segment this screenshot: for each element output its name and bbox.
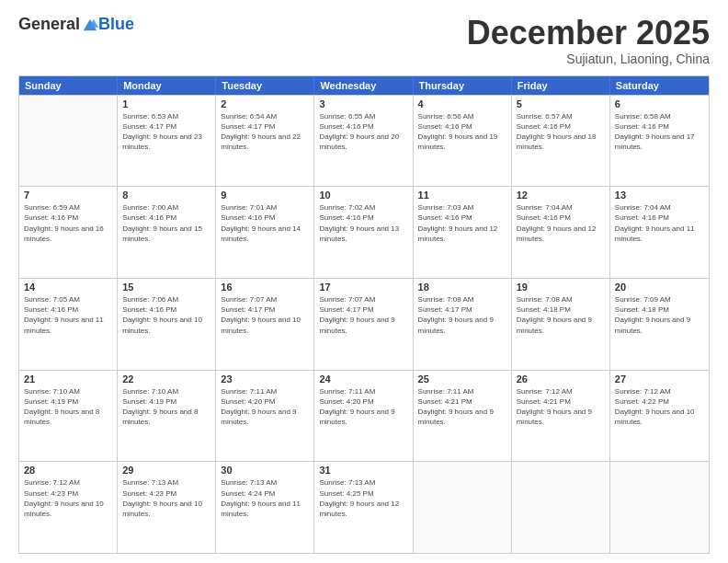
day-number: 7 <box>24 190 112 201</box>
day-number: 27 <box>615 373 704 385</box>
day-info: Sunrise: 7:11 AM Sunset: 4:20 PM Dayligh… <box>221 386 309 428</box>
day-number: 2 <box>221 98 309 109</box>
calendar-week: 28Sunrise: 7:12 AM Sunset: 4:23 PM Dayli… <box>19 461 709 553</box>
calendar-cell: 23Sunrise: 7:11 AM Sunset: 4:20 PM Dayli… <box>216 371 314 462</box>
calendar-cell: 3Sunrise: 6:55 AM Sunset: 4:16 PM Daylig… <box>314 96 413 187</box>
calendar-cell: 5Sunrise: 6:57 AM Sunset: 4:16 PM Daylig… <box>512 96 610 187</box>
day-number: 22 <box>122 373 210 385</box>
day-number: 12 <box>517 190 605 201</box>
day-number: 20 <box>615 282 704 293</box>
day-info: Sunrise: 6:55 AM Sunset: 4:16 PM Dayligh… <box>319 111 407 153</box>
day-number: 14 <box>24 282 112 293</box>
weekday-header: Monday <box>118 76 216 95</box>
day-info: Sunrise: 7:06 AM Sunset: 4:16 PM Dayligh… <box>122 294 210 336</box>
calendar-cell <box>414 462 512 553</box>
calendar-cell: 6Sunrise: 6:58 AM Sunset: 4:16 PM Daylig… <box>610 96 709 187</box>
day-number: 16 <box>221 282 309 293</box>
day-info: Sunrise: 7:13 AM Sunset: 4:24 PM Dayligh… <box>221 477 309 519</box>
calendar-cell: 27Sunrise: 7:12 AM Sunset: 4:22 PM Dayli… <box>610 371 709 462</box>
calendar-cell: 11Sunrise: 7:03 AM Sunset: 4:16 PM Dayli… <box>414 187 512 278</box>
location-subtitle: Sujiatun, Liaoning, China <box>467 52 710 66</box>
calendar-cell: 22Sunrise: 7:10 AM Sunset: 4:19 PM Dayli… <box>118 371 216 462</box>
calendar-cell: 26Sunrise: 7:12 AM Sunset: 4:21 PM Dayli… <box>512 371 610 462</box>
day-info: Sunrise: 6:58 AM Sunset: 4:16 PM Dayligh… <box>615 111 704 153</box>
day-info: Sunrise: 7:07 AM Sunset: 4:17 PM Dayligh… <box>319 294 407 336</box>
calendar-week: 1Sunrise: 6:53 AM Sunset: 4:17 PM Daylig… <box>19 95 709 187</box>
weekday-header: Thursday <box>414 76 512 95</box>
calendar-cell: 10Sunrise: 7:02 AM Sunset: 4:16 PM Dayli… <box>314 187 413 278</box>
day-number: 17 <box>319 282 407 293</box>
calendar-cell: 18Sunrise: 7:08 AM Sunset: 4:17 PM Dayli… <box>414 279 512 370</box>
day-number: 13 <box>615 190 704 201</box>
day-number: 21 <box>24 373 112 385</box>
day-info: Sunrise: 7:12 AM Sunset: 4:22 PM Dayligh… <box>615 386 704 428</box>
weekday-header: Friday <box>512 76 610 95</box>
day-number: 24 <box>319 373 407 385</box>
calendar-cell: 7Sunrise: 6:59 AM Sunset: 4:16 PM Daylig… <box>19 187 118 278</box>
day-number: 9 <box>221 190 309 201</box>
calendar-cell: 13Sunrise: 7:04 AM Sunset: 4:16 PM Dayli… <box>610 187 709 278</box>
page: General Blue December 2025 Sujiatun, Lia… <box>0 0 728 563</box>
day-number: 1 <box>122 98 210 109</box>
weekday-header: Wednesday <box>314 76 413 95</box>
calendar-header: SundayMondayTuesdayWednesdayThursdayFrid… <box>19 76 709 95</box>
day-number: 29 <box>122 465 210 476</box>
day-number: 25 <box>418 373 506 385</box>
day-info: Sunrise: 7:05 AM Sunset: 4:16 PM Dayligh… <box>24 294 112 336</box>
calendar-cell: 28Sunrise: 7:12 AM Sunset: 4:23 PM Dayli… <box>19 462 118 553</box>
calendar-cell: 17Sunrise: 7:07 AM Sunset: 4:17 PM Dayli… <box>314 279 413 370</box>
calendar-cell: 9Sunrise: 7:01 AM Sunset: 4:16 PM Daylig… <box>216 187 314 278</box>
calendar-cell: 20Sunrise: 7:09 AM Sunset: 4:18 PM Dayli… <box>610 279 709 370</box>
day-number: 3 <box>319 98 407 109</box>
title-block: December 2025 Sujiatun, Liaoning, China <box>467 15 710 66</box>
day-info: Sunrise: 7:08 AM Sunset: 4:17 PM Dayligh… <box>418 294 506 336</box>
calendar-cell: 21Sunrise: 7:10 AM Sunset: 4:19 PM Dayli… <box>19 371 118 462</box>
logo-blue-text: Blue <box>98 15 134 34</box>
calendar-cell: 29Sunrise: 7:13 AM Sunset: 4:23 PM Dayli… <box>118 462 216 553</box>
calendar-cell: 30Sunrise: 7:13 AM Sunset: 4:24 PM Dayli… <box>216 462 314 553</box>
day-info: Sunrise: 7:10 AM Sunset: 4:19 PM Dayligh… <box>122 386 210 428</box>
day-info: Sunrise: 7:03 AM Sunset: 4:16 PM Dayligh… <box>418 202 506 244</box>
day-number: 18 <box>418 282 506 293</box>
day-number: 5 <box>517 98 605 109</box>
day-info: Sunrise: 7:12 AM Sunset: 4:21 PM Dayligh… <box>517 386 605 428</box>
calendar-cell: 12Sunrise: 7:04 AM Sunset: 4:16 PM Dayli… <box>512 187 610 278</box>
calendar-cell <box>512 462 610 553</box>
weekday-header: Tuesday <box>216 76 314 95</box>
day-info: Sunrise: 7:10 AM Sunset: 4:19 PM Dayligh… <box>24 386 112 428</box>
calendar-cell: 24Sunrise: 7:11 AM Sunset: 4:20 PM Dayli… <box>314 371 413 462</box>
calendar-week: 7Sunrise: 6:59 AM Sunset: 4:16 PM Daylig… <box>19 186 709 278</box>
day-info: Sunrise: 6:54 AM Sunset: 4:17 PM Dayligh… <box>221 111 309 153</box>
calendar-cell: 1Sunrise: 6:53 AM Sunset: 4:17 PM Daylig… <box>118 96 216 187</box>
day-number: 11 <box>418 190 506 201</box>
day-info: Sunrise: 7:02 AM Sunset: 4:16 PM Dayligh… <box>319 202 407 244</box>
calendar-body: 1Sunrise: 6:53 AM Sunset: 4:17 PM Daylig… <box>19 95 709 553</box>
day-info: Sunrise: 6:56 AM Sunset: 4:16 PM Dayligh… <box>418 111 506 153</box>
logo-general-text: General <box>18 15 80 34</box>
day-info: Sunrise: 7:13 AM Sunset: 4:25 PM Dayligh… <box>319 477 407 519</box>
day-info: Sunrise: 6:53 AM Sunset: 4:17 PM Dayligh… <box>122 111 210 153</box>
calendar-cell: 4Sunrise: 6:56 AM Sunset: 4:16 PM Daylig… <box>414 96 512 187</box>
day-info: Sunrise: 7:00 AM Sunset: 4:16 PM Dayligh… <box>122 202 210 244</box>
calendar-week: 21Sunrise: 7:10 AM Sunset: 4:19 PM Dayli… <box>19 370 709 462</box>
day-info: Sunrise: 7:11 AM Sunset: 4:21 PM Dayligh… <box>418 386 506 428</box>
logo: General Blue <box>18 15 134 34</box>
calendar: SundayMondayTuesdayWednesdayThursdayFrid… <box>18 75 710 554</box>
day-number: 30 <box>221 465 309 476</box>
calendar-cell: 8Sunrise: 7:00 AM Sunset: 4:16 PM Daylig… <box>118 187 216 278</box>
day-number: 8 <box>122 190 210 201</box>
day-number: 19 <box>517 282 605 293</box>
weekday-header: Saturday <box>610 76 709 95</box>
day-number: 28 <box>24 465 112 476</box>
calendar-cell <box>610 462 709 553</box>
day-info: Sunrise: 7:04 AM Sunset: 4:16 PM Dayligh… <box>615 202 704 244</box>
day-info: Sunrise: 7:11 AM Sunset: 4:20 PM Dayligh… <box>319 386 407 428</box>
logo-icon <box>82 17 98 33</box>
calendar-cell: 16Sunrise: 7:07 AM Sunset: 4:17 PM Dayli… <box>216 279 314 370</box>
day-number: 4 <box>418 98 506 109</box>
calendar-cell: 15Sunrise: 7:06 AM Sunset: 4:16 PM Dayli… <box>118 279 216 370</box>
calendar-cell: 2Sunrise: 6:54 AM Sunset: 4:17 PM Daylig… <box>216 96 314 187</box>
day-number: 10 <box>319 190 407 201</box>
calendar-cell <box>19 96 118 187</box>
header: General Blue December 2025 Sujiatun, Lia… <box>18 15 710 66</box>
